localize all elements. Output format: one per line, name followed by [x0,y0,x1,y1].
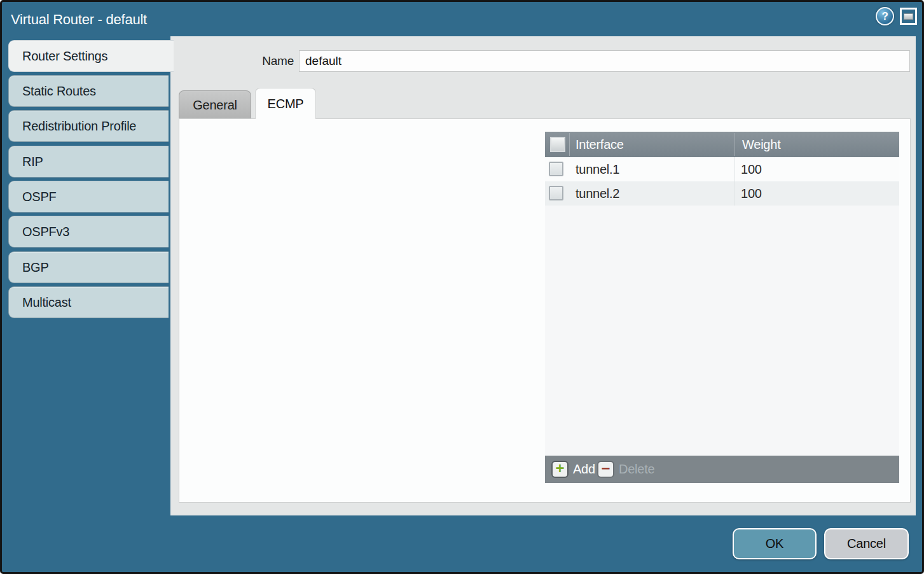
row-checkbox[interactable] [549,162,563,176]
row-checkbox[interactable] [549,186,563,200]
help-icon[interactable] [876,7,894,25]
tab-ecmp[interactable]: ECMP [255,88,316,119]
delete-icon[interactable] [597,461,614,478]
header-divider [734,133,735,156]
window-pane-glyph [904,13,913,20]
cell-divider [734,157,735,181]
cell-weight: 100 [741,157,762,181]
sidebar-item-redistribution-profile[interactable]: Redistribution Profile [8,110,169,142]
sidebar-item-router-settings[interactable]: Router Settings [8,40,174,72]
interface-table: Interface Weight tunnel.1 100 tunnel.2 1… [545,132,899,483]
add-button[interactable]: Add [573,456,595,483]
name-input[interactable] [299,50,910,72]
sidebar-item-bgp[interactable]: BGP [8,251,169,283]
sidebar-item-multicast[interactable]: Multicast [8,286,169,318]
table-row[interactable]: tunnel.2 100 [545,181,899,206]
add-icon[interactable] [551,461,569,478]
column-header-weight: Weight [742,132,780,157]
cell-divider [734,181,735,206]
sidebar-item-ospf[interactable]: OSPF [8,181,169,213]
window-restore-icon[interactable] [900,8,917,25]
cell-weight: 100 [741,181,762,206]
title-bar: Virtual Router - default [2,2,922,37]
dialog-title: Virtual Router - default [11,2,147,37]
sidebar-item-ospfv3[interactable]: OSPFv3 [8,216,169,248]
table-empty-area [545,206,899,456]
delete-button[interactable]: Delete [619,456,654,483]
cancel-button[interactable]: Cancel [824,528,909,559]
sidebar-item-rip[interactable]: RIP [8,146,169,178]
column-header-interface: Interface [576,132,624,157]
cell-interface: tunnel.2 [576,181,619,206]
sidebar-item-static-routes[interactable]: Static Routes [8,75,169,107]
table-header: Interface Weight [545,132,899,157]
cell-interface: tunnel.1 [576,157,619,181]
name-label: Name [210,50,294,72]
ok-button[interactable]: OK [733,528,817,559]
virtual-router-dialog: Virtual Router - default Router Settings… [0,0,924,574]
select-all-checkbox[interactable] [550,137,565,152]
tab-general[interactable]: General [179,90,251,119]
header-divider [569,133,570,156]
table-row[interactable]: tunnel.1 100 [545,157,899,181]
table-footer: Add Delete [545,456,899,483]
